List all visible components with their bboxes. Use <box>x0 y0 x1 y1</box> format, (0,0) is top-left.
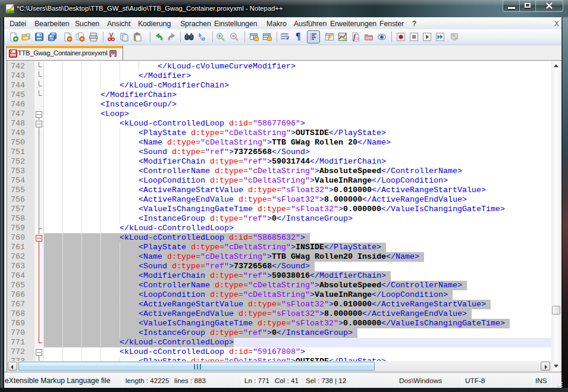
svg-text:D: D <box>356 37 359 40</box>
svg-text:a: a <box>202 35 205 42</box>
